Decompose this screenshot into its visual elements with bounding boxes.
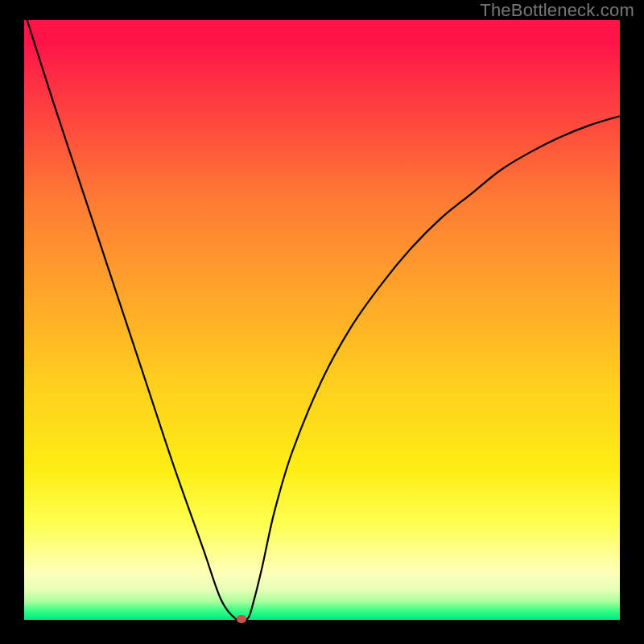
chart-plot-area: [24, 20, 620, 620]
curve-path: [27, 20, 620, 620]
chart-min-marker: [237, 615, 246, 623]
watermark-text: TheBottleneck.com: [480, 0, 634, 21]
chart-curve: [24, 20, 620, 620]
